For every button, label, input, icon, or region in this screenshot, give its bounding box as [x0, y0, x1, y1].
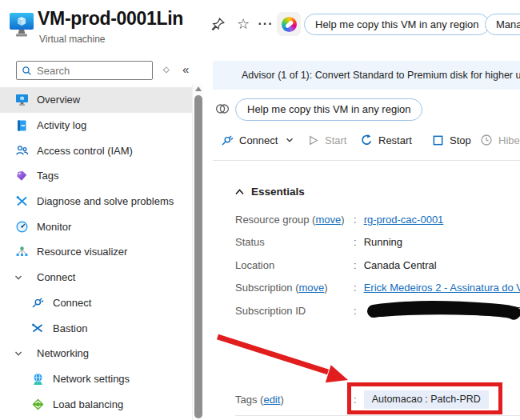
sidebar-group-connect[interactable]: Connect — [0, 265, 192, 290]
advisor-banner-text: Advisor (1 of 1): Convert Standard to Pr… — [242, 70, 520, 81]
copilot-icon[interactable] — [277, 12, 301, 36]
sidebar-item-label: Bastion — [53, 322, 87, 334]
copilot-suggestion-row: Help me copy this VM in any region — [213, 98, 520, 123]
sidebar-item-resource-visualizer[interactable]: Resource visualizer — [0, 239, 192, 265]
connect-button[interactable]: Connect — [221, 129, 294, 151]
sidebar-item-label: Network settings — [53, 373, 130, 385]
sidebar-item-tags[interactable]: Tags — [0, 163, 192, 189]
sidebar-item-network-settings[interactable]: Network settings — [0, 366, 192, 392]
overview-icon — [14, 93, 29, 107]
start-button[interactable]: Start — [307, 129, 346, 151]
diagnose-icon — [14, 194, 29, 209]
sidebar-group-label: Connect — [37, 271, 75, 283]
subscription-id-label: Subscription ID — [235, 305, 354, 317]
sidebar-item-bastion[interactable]: Bastion — [0, 315, 192, 341]
sidebar-item-monitor[interactable]: Monitor — [0, 214, 192, 239]
monitor-gauge-icon — [14, 219, 29, 234]
subscription-link[interactable]: Erick Medeiros 2 - Assinatura do Vi — [364, 282, 520, 294]
copilot-copy-vm-suggestion-button[interactable]: Help me copy this VM in any region — [235, 98, 422, 121]
advisor-banner[interactable]: Advisor (1 of 1): Convert Standard to Pr… — [213, 61, 520, 90]
more-options-icon[interactable]: ··· — [256, 14, 275, 34]
row-subscription: Subscription (move) : Erick Medeiros 2 -… — [235, 277, 520, 300]
sidebar-item-label: Load balancing — [53, 398, 123, 410]
tag-badge: Automacao : Patch-PRD — [364, 390, 489, 409]
hibernate-button[interactable]: Hibernate — [480, 129, 520, 151]
bastion-icon — [30, 321, 45, 335]
sidebar-item-diagnose[interactable]: Diagnose and solve problems — [0, 189, 192, 214]
sidebar-item-label: Connect — [53, 297, 91, 309]
page-title: VM-prod-0001Lin — [38, 8, 183, 30]
resize-handle-icon: ◇ — [163, 65, 170, 74]
page-subtitle: Virtual machine — [39, 34, 106, 45]
virtual-machine-icon — [8, 10, 35, 42]
copilot-outline-icon — [214, 101, 230, 119]
status-value: Running — [364, 236, 402, 248]
vm-command-bar: Connect Start Restart Stop Hibernate — [0, 129, 520, 151]
load-balancing-icon — [30, 397, 45, 411]
row-tags: Tags (edit) : Automacao : Patch-PRD — [235, 390, 489, 409]
restart-icon — [360, 134, 373, 146]
start-label: Start — [325, 134, 346, 146]
sidebar-item-label: Monitor — [37, 221, 71, 233]
row-location: Location : Canada Central — [235, 254, 520, 277]
location-label: Location — [235, 259, 354, 271]
sidebar-search[interactable] — [16, 61, 153, 80]
tags-label: Tags ( — [235, 394, 263, 406]
resource-visualizer-icon — [14, 245, 29, 259]
scroll-up-icon[interactable] — [195, 86, 202, 91]
connect-label: Connect — [239, 134, 278, 146]
row-status: Status : Running — [235, 231, 520, 254]
essentials-header[interactable]: Essentials — [235, 186, 305, 198]
sidebar-item-connect[interactable]: Connect — [0, 290, 192, 316]
stop-label: Stop — [450, 134, 471, 146]
edit-tags-link[interactable]: edit — [263, 394, 280, 406]
essentials-title: Essentials — [251, 186, 305, 198]
row-resource-group: Resource group (move) : rg-prod-cac-0001 — [235, 208, 520, 231]
play-icon — [307, 134, 319, 146]
sidebar-item-label: Resource visualizer — [37, 246, 127, 258]
manage-view-button[interactable]: Manage view — [485, 14, 520, 35]
subscription-label: Subscription ( — [235, 282, 298, 294]
clock-icon — [480, 134, 493, 146]
sidebar-item-load-balancing[interactable]: Load balancing — [0, 391, 192, 417]
network-globe-icon — [30, 371, 45, 386]
chevron-down-icon — [11, 270, 26, 285]
location-value: Canada Central — [364, 259, 437, 271]
redaction-marker: 7 — [366, 300, 520, 321]
plug-icon — [30, 295, 45, 310]
plug-icon — [221, 134, 234, 146]
resource-group-label: Resource group ( — [235, 214, 315, 226]
azure-vm-overview-page: VM-prod-0001Lin Virtual machine ☆ ··· He… — [0, 0, 520, 420]
status-label: Status — [235, 236, 354, 248]
search-icon — [22, 66, 32, 76]
sidebar-item-overview[interactable]: Overview — [0, 87, 192, 113]
sidebar-item-label: Overview — [37, 94, 80, 106]
toolbar-divider — [213, 160, 520, 161]
restart-button[interactable]: Restart — [360, 129, 412, 151]
sidebar-group-label: Networking — [37, 347, 89, 359]
row-subscription-id: Subscription ID : 7 — [235, 299, 520, 322]
chevron-down-icon — [11, 346, 26, 361]
pin-icon[interactable] — [208, 14, 227, 34]
section-divider — [235, 415, 520, 416]
sidebar-item-label: Diagnose and solve problems — [37, 195, 174, 207]
restart-label: Restart — [378, 134, 412, 146]
copilot-copy-vm-button[interactable]: Help me copy this VM in any region — [304, 14, 490, 35]
resource-group-link[interactable]: rg-prod-cac-0001 — [364, 214, 444, 226]
search-input[interactable] — [37, 65, 141, 77]
stop-button[interactable]: Stop — [432, 129, 471, 151]
hibernate-label: Hibernate — [498, 134, 520, 146]
chevron-up-icon — [235, 189, 244, 195]
stop-icon — [432, 134, 444, 146]
chevron-down-icon — [285, 135, 294, 145]
tag-icon — [14, 169, 29, 183]
essentials-rows: Resource group (move) : rg-prod-cac-0001… — [235, 208, 520, 322]
collapse-sidebar-icon[interactable]: « — [182, 62, 189, 76]
move-link[interactable]: move — [315, 214, 341, 226]
favorite-star-icon[interactable]: ☆ — [234, 14, 253, 34]
sidebar-group-networking[interactable]: Networking — [0, 341, 192, 366]
move-link[interactable]: move — [298, 282, 324, 294]
sidebar-item-label: Tags — [37, 170, 58, 182]
